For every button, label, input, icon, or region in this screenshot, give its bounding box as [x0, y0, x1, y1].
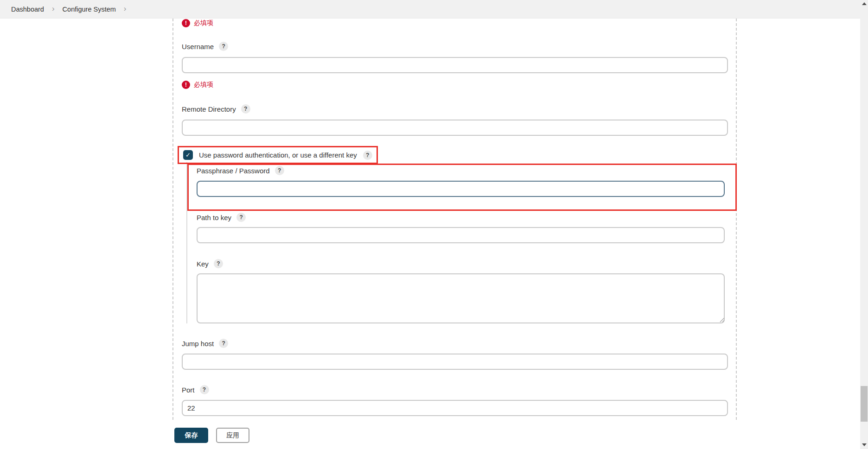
use-password-auth-row: ✓ Use password authentication, or use a …: [183, 150, 372, 160]
use-password-auth-label: Use password authentication, or use a di…: [199, 151, 357, 159]
passphrase-input[interactable]: [197, 181, 725, 197]
remote-directory-label: Remote Directory: [182, 105, 236, 113]
remote-directory-label-row: Remote Directory ?: [182, 104, 250, 114]
remote-directory-help-icon[interactable]: ?: [241, 104, 250, 114]
path-to-key-label-row: Path to key ?: [197, 213, 246, 222]
key-label: Key: [197, 260, 209, 268]
key-textarea[interactable]: [197, 273, 725, 323]
path-to-key-help-icon[interactable]: ?: [236, 213, 246, 222]
path-to-key-input[interactable]: [197, 227, 725, 243]
scroll-up-icon[interactable]: [862, 2, 867, 5]
required-error-text: 必填项: [194, 81, 213, 89]
save-button[interactable]: 保存: [174, 428, 208, 443]
use-password-auth-help-icon[interactable]: ?: [363, 151, 372, 160]
required-error-text: 必填项: [194, 19, 213, 27]
username-input[interactable]: [182, 57, 728, 73]
jump-host-label: Jump host: [182, 340, 214, 348]
breadcrumb: Dashboard › Configure System ›: [0, 0, 860, 19]
checkmark-icon: ✓: [185, 152, 191, 158]
required-error-remote-directory: ! 必填项: [182, 81, 213, 89]
use-password-auth-checkbox[interactable]: ✓: [183, 150, 193, 160]
jump-host-help-icon[interactable]: ?: [219, 339, 228, 348]
username-label: Username: [182, 43, 214, 51]
breadcrumb-configure-system[interactable]: Configure System: [63, 6, 116, 13]
username-help-icon[interactable]: ?: [219, 42, 228, 51]
nested-group-indent-line: [186, 162, 187, 323]
key-label-row: Key ?: [197, 259, 223, 268]
port-label-row: Port ?: [182, 385, 209, 394]
key-help-icon[interactable]: ?: [214, 259, 223, 268]
jump-host-label-row: Jump host ?: [182, 339, 228, 348]
port-input[interactable]: [182, 400, 728, 416]
port-label: Port: [182, 386, 195, 394]
passphrase-label-row: Passphrase / Password ?: [197, 166, 284, 175]
apply-button[interactable]: 应用: [216, 428, 249, 443]
passphrase-label: Passphrase / Password: [197, 167, 270, 175]
error-exclamation-icon: !: [182, 81, 190, 89]
scrollbar-thumb[interactable]: [861, 386, 868, 422]
port-help-icon[interactable]: ?: [200, 385, 209, 394]
breadcrumb-separator-icon: ›: [52, 5, 55, 14]
section-right-dashed-border: [736, 19, 737, 420]
path-to-key-label: Path to key: [197, 214, 231, 221]
jump-host-input[interactable]: [182, 354, 728, 370]
error-exclamation-icon: !: [182, 19, 190, 27]
scroll-down-icon[interactable]: [862, 443, 867, 446]
remote-directory-input[interactable]: [182, 120, 728, 136]
passphrase-help-icon[interactable]: ?: [275, 166, 284, 175]
required-error-username: ! 必填项: [182, 19, 213, 27]
breadcrumb-separator-icon: ›: [124, 5, 127, 14]
username-label-row: Username ?: [182, 42, 228, 51]
vertical-scrollbar[interactable]: [860, 0, 868, 449]
breadcrumb-dashboard[interactable]: Dashboard: [11, 6, 44, 13]
section-left-dashed-border: [172, 19, 173, 420]
